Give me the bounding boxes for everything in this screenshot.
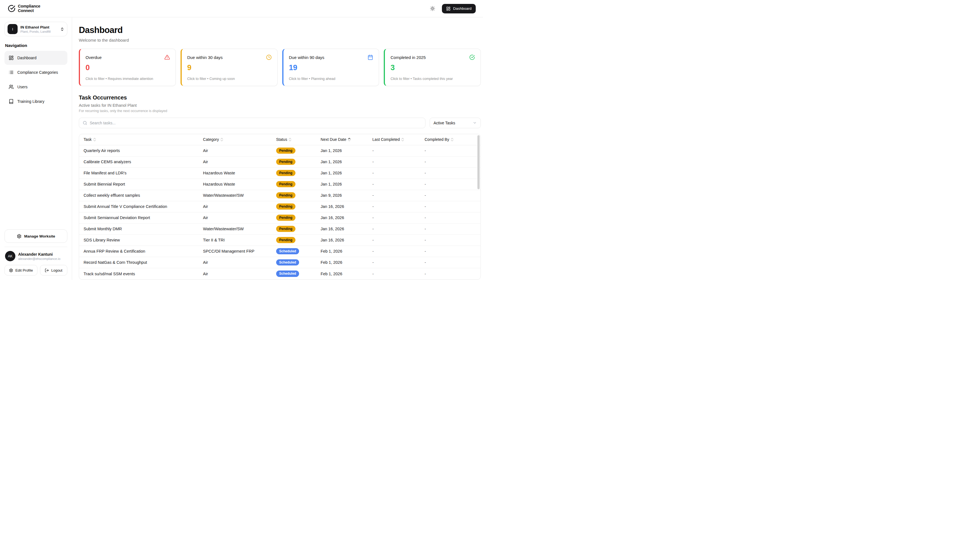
table-row[interactable]: Submit Monthly DMRWater/Wastewater/SWPen… bbox=[79, 223, 480, 235]
completed-by-cell: - bbox=[421, 171, 480, 175]
table-row[interactable]: Calibrate CEMS analyzersAirPendingJan 1,… bbox=[79, 156, 480, 168]
stat-card-value: 0 bbox=[85, 64, 170, 72]
table-row[interactable]: Submit Semiannual Deviation ReportAirPen… bbox=[79, 212, 480, 223]
book-icon bbox=[9, 99, 14, 104]
status-badge: Pending bbox=[276, 170, 296, 176]
table-row[interactable]: File Manifest and LDR'sHazardous WastePe… bbox=[79, 168, 480, 179]
table-row[interactable]: Track su/sd/mal SSM eventsAirScheduledFe… bbox=[79, 268, 480, 279]
table-row[interactable]: SDS Library ReviewTier II & TRIPendingJa… bbox=[79, 235, 480, 246]
dashboard-chip-button[interactable]: Dashboard bbox=[442, 4, 476, 13]
category-cell: Tier II & TRI bbox=[199, 238, 272, 242]
column-header-completed-by[interactable]: Completed By bbox=[421, 137, 480, 142]
last-completed-cell: - bbox=[368, 227, 421, 231]
sidebar-item-training-library[interactable]: Training Library bbox=[5, 94, 67, 108]
column-label: Task bbox=[84, 137, 92, 142]
edit-profile-button[interactable]: Edit Profile bbox=[5, 265, 38, 276]
dashboard-grid-icon bbox=[446, 7, 450, 11]
logout-button[interactable]: Logout bbox=[40, 265, 67, 276]
status-cell: Scheduled bbox=[272, 271, 317, 277]
calendar-icon bbox=[368, 54, 373, 60]
stat-card-title: Due within 90 days bbox=[289, 55, 325, 60]
stat-card-due-30[interactable]: Due within 30 days 9 Click to filter • C… bbox=[181, 49, 278, 86]
sort-icon bbox=[220, 138, 223, 141]
stat-card-overdue[interactable]: Overdue 0 Click to filter • Requires imm… bbox=[79, 49, 176, 86]
stat-card-value: 19 bbox=[289, 64, 373, 72]
task-cell: Submit Biennial Report bbox=[79, 182, 199, 186]
tasks-table: TaskCategoryStatusNext Due DateLast Comp… bbox=[79, 134, 481, 280]
task-cell: Calibrate CEMS analyzers bbox=[79, 159, 199, 164]
theme-toggle-button[interactable] bbox=[429, 5, 436, 12]
worksite-name: IN Ethanol Plant bbox=[20, 25, 51, 30]
worksite-selector[interactable]: I IN Ethanol Plant Plant, Ponds, Landfil… bbox=[5, 22, 67, 36]
sidebar-item-label: Dashboard bbox=[17, 56, 37, 60]
stat-card-value: 3 bbox=[391, 64, 475, 72]
last-completed-cell: - bbox=[368, 159, 421, 164]
column-header-category[interactable]: Category bbox=[199, 137, 272, 142]
dashboard-grid-icon bbox=[9, 55, 14, 60]
table-row[interactable]: Quarterly Air reportsAirPendingJan 1, 20… bbox=[79, 145, 480, 156]
stat-card-caption: Click to filter • Planning ahead bbox=[289, 77, 373, 81]
status-badge: Pending bbox=[276, 148, 296, 154]
status-cell: Pending bbox=[272, 148, 317, 154]
status-cell: Pending bbox=[272, 204, 317, 210]
status-cell: Pending bbox=[272, 226, 317, 232]
table-row[interactable]: Annua FRP Review & CertificationSPCC/Oil… bbox=[79, 246, 480, 257]
stat-card-completed[interactable]: Completed in 2025 3 Click to filter • Ta… bbox=[384, 49, 481, 86]
sidebar-item-users[interactable]: Users bbox=[5, 80, 67, 94]
column-header-next-due-date[interactable]: Next Due Date bbox=[317, 137, 368, 142]
table-row[interactable]: Submit Biennial ReportHazardous WastePen… bbox=[79, 179, 480, 190]
stat-card-due-90[interactable]: Due within 90 days 19 Click to filter • … bbox=[282, 49, 379, 86]
status-badge: Pending bbox=[276, 226, 296, 232]
table-scrollbar-thumb[interactable] bbox=[477, 135, 480, 189]
completed-by-cell: - bbox=[421, 260, 480, 264]
status-cell: Pending bbox=[272, 170, 317, 176]
sidebar-nav: Dashboard Compliance Categories Users bbox=[5, 51, 67, 108]
next-due-cell: Feb 1, 2026 bbox=[317, 272, 368, 276]
sidebar-item-compliance-categories[interactable]: Compliance Categories bbox=[5, 66, 67, 79]
tasks-section-subtitle: Active tasks for IN Ethanol Plant bbox=[79, 103, 481, 108]
next-due-cell: Feb 1, 2026 bbox=[317, 249, 368, 253]
column-label: Status bbox=[276, 137, 288, 142]
last-completed-cell: - bbox=[368, 260, 421, 264]
column-header-status[interactable]: Status bbox=[272, 137, 317, 142]
column-label: Completed By bbox=[425, 137, 449, 142]
next-due-cell: Jan 1, 2026 bbox=[317, 171, 368, 175]
stat-cards: Overdue 0 Click to filter • Requires imm… bbox=[79, 49, 481, 86]
table-row[interactable]: Record NatGas & Corn ThroughputAirSchedu… bbox=[79, 257, 480, 268]
logo-check-circle-icon bbox=[8, 5, 15, 12]
status-badge: Pending bbox=[276, 237, 296, 243]
table-row[interactable]: Submit Annual Title V Compliance Certifi… bbox=[79, 201, 480, 212]
manage-worksite-button[interactable]: Manage Worksite bbox=[5, 230, 67, 243]
worksite-avatar: I bbox=[8, 24, 18, 34]
sidebar-item-dashboard[interactable]: Dashboard bbox=[5, 51, 67, 65]
category-cell: Water/Wastewater/SW bbox=[199, 193, 272, 197]
completed-by-cell: - bbox=[421, 182, 480, 186]
app-root: Compliance Connect Dashboard I bbox=[0, 0, 483, 280]
task-cell: File Manifest and LDR's bbox=[79, 171, 199, 175]
sidebar-item-label: Training Library bbox=[17, 99, 44, 103]
column-label: Last Completed bbox=[372, 137, 400, 142]
task-cell: Record NatGas & Corn Throughput bbox=[79, 260, 199, 264]
sidebar: I IN Ethanol Plant Plant, Ponds, Landfil… bbox=[0, 17, 72, 280]
stat-card-caption: Click to filter • Coming up soon bbox=[187, 77, 272, 81]
status-badge: Pending bbox=[276, 159, 296, 165]
last-completed-cell: - bbox=[368, 272, 421, 276]
table-row[interactable]: Collect weekly effluent samplesWater/Was… bbox=[79, 190, 480, 201]
top-header: Compliance Connect Dashboard bbox=[0, 0, 483, 17]
column-header-task[interactable]: Task bbox=[79, 137, 199, 142]
clock-icon bbox=[266, 54, 272, 60]
sort-icon bbox=[94, 138, 96, 141]
status-badge: Scheduled bbox=[276, 248, 299, 254]
search-input[interactable] bbox=[90, 121, 422, 125]
column-header-last-completed[interactable]: Last Completed bbox=[368, 137, 421, 142]
logo-line2: Connect bbox=[18, 9, 40, 13]
stat-card-caption: Click to filter • Requires immediate att… bbox=[85, 77, 170, 81]
category-cell: Hazardous Waste bbox=[199, 171, 272, 175]
last-completed-cell: - bbox=[368, 249, 421, 253]
manage-worksite-label: Manage Worksite bbox=[24, 234, 55, 238]
search-box bbox=[79, 118, 426, 128]
sidebar-spacer bbox=[5, 108, 67, 230]
task-filter-select[interactable]: Active Tasks bbox=[430, 118, 481, 128]
status-cell: Pending bbox=[272, 181, 317, 187]
app-logo[interactable]: Compliance Connect bbox=[8, 4, 40, 13]
